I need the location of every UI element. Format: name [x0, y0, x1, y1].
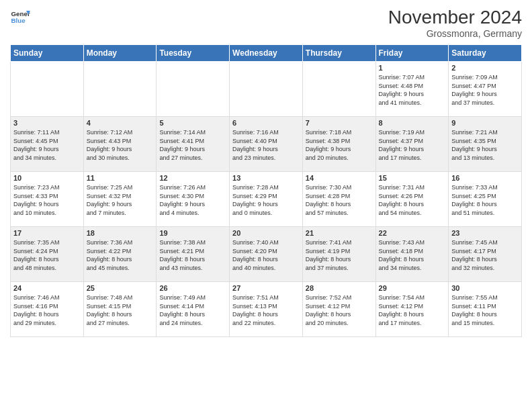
day-info: Sunrise: 7:55 AM Sunset: 4:11 PM Dayligh… — [451, 293, 519, 327]
calendar-cell: 26Sunrise: 7:49 AM Sunset: 4:14 PM Dayli… — [157, 282, 230, 337]
day-info: Sunrise: 7:49 AM Sunset: 4:14 PM Dayligh… — [159, 293, 226, 327]
day-number: 18 — [87, 229, 154, 237]
calendar-day-header: Saturday — [449, 45, 522, 62]
calendar-cell: 23Sunrise: 7:45 AM Sunset: 4:17 PM Dayli… — [449, 227, 522, 282]
day-number: 12 — [159, 174, 226, 182]
calendar-cell: 12Sunrise: 7:26 AM Sunset: 4:30 PM Dayli… — [157, 172, 230, 227]
calendar-week-row: 17Sunrise: 7:35 AM Sunset: 4:24 PM Dayli… — [11, 227, 522, 282]
day-number: 19 — [159, 229, 226, 237]
day-number: 10 — [13, 174, 81, 182]
day-info: Sunrise: 7:26 AM Sunset: 4:30 PM Dayligh… — [159, 183, 226, 217]
calendar-week-row: 10Sunrise: 7:23 AM Sunset: 4:33 PM Dayli… — [11, 172, 522, 227]
day-number: 1 — [379, 64, 446, 72]
calendar-cell: 21Sunrise: 7:41 AM Sunset: 4:19 PM Dayli… — [302, 227, 375, 282]
calendar-cell: 6Sunrise: 7:16 AM Sunset: 4:40 PM Daylig… — [230, 117, 303, 172]
day-info: Sunrise: 7:54 AM Sunset: 4:12 PM Dayligh… — [379, 293, 446, 327]
day-number: 3 — [13, 119, 81, 127]
day-info: Sunrise: 7:28 AM Sunset: 4:29 PM Dayligh… — [232, 183, 300, 217]
calendar-cell: 28Sunrise: 7:52 AM Sunset: 4:12 PM Dayli… — [302, 282, 375, 337]
day-number: 24 — [13, 284, 81, 292]
calendar-cell: 7Sunrise: 7:18 AM Sunset: 4:38 PM Daylig… — [302, 117, 375, 172]
day-info: Sunrise: 7:07 AM Sunset: 4:48 PM Dayligh… — [379, 73, 446, 107]
calendar-cell: 24Sunrise: 7:46 AM Sunset: 4:16 PM Dayli… — [11, 282, 84, 337]
day-info: Sunrise: 7:12 AM Sunset: 4:43 PM Dayligh… — [87, 128, 154, 162]
calendar-cell: 1Sunrise: 7:07 AM Sunset: 4:48 PM Daylig… — [375, 62, 449, 117]
calendar-cell: 9Sunrise: 7:21 AM Sunset: 4:35 PM Daylig… — [449, 117, 522, 172]
calendar-cell: 20Sunrise: 7:40 AM Sunset: 4:20 PM Dayli… — [230, 227, 303, 282]
calendar-cell — [83, 62, 157, 117]
calendar-cell: 16Sunrise: 7:33 AM Sunset: 4:25 PM Dayli… — [449, 172, 522, 227]
calendar-cell: 18Sunrise: 7:36 AM Sunset: 4:22 PM Dayli… — [83, 227, 157, 282]
calendar-day-header: Tuesday — [157, 45, 230, 62]
logo: General Blue — [10, 7, 30, 27]
svg-text:Blue: Blue — [11, 17, 26, 24]
day-number: 21 — [306, 229, 373, 237]
calendar-cell: 13Sunrise: 7:28 AM Sunset: 4:29 PM Dayli… — [230, 172, 303, 227]
calendar-week-row: 1Sunrise: 7:07 AM Sunset: 4:48 PM Daylig… — [11, 62, 522, 117]
day-number: 26 — [159, 284, 226, 292]
day-info: Sunrise: 7:14 AM Sunset: 4:41 PM Dayligh… — [159, 128, 226, 162]
calendar-cell: 10Sunrise: 7:23 AM Sunset: 4:33 PM Dayli… — [11, 172, 84, 227]
day-number: 8 — [379, 119, 446, 127]
calendar-cell — [230, 62, 303, 117]
day-number: 20 — [232, 229, 300, 237]
calendar-cell: 19Sunrise: 7:38 AM Sunset: 4:21 PM Dayli… — [157, 227, 230, 282]
calendar-cell: 30Sunrise: 7:55 AM Sunset: 4:11 PM Dayli… — [449, 282, 522, 337]
day-info: Sunrise: 7:45 AM Sunset: 4:17 PM Dayligh… — [451, 238, 519, 272]
calendar-cell: 17Sunrise: 7:35 AM Sunset: 4:24 PM Dayli… — [11, 227, 84, 282]
day-number: 17 — [13, 229, 81, 237]
day-info: Sunrise: 7:09 AM Sunset: 4:47 PM Dayligh… — [451, 73, 519, 107]
calendar-cell: 2Sunrise: 7:09 AM Sunset: 4:47 PM Daylig… — [449, 62, 522, 117]
calendar-cell: 8Sunrise: 7:19 AM Sunset: 4:37 PM Daylig… — [375, 117, 449, 172]
day-info: Sunrise: 7:23 AM Sunset: 4:33 PM Dayligh… — [13, 183, 81, 217]
calendar-cell — [11, 62, 84, 117]
day-info: Sunrise: 7:35 AM Sunset: 4:24 PM Dayligh… — [13, 238, 81, 272]
calendar-cell: 27Sunrise: 7:51 AM Sunset: 4:13 PM Dayli… — [230, 282, 303, 337]
day-number: 14 — [306, 174, 373, 182]
day-number: 29 — [379, 284, 446, 292]
calendar-day-header: Sunday — [11, 45, 84, 62]
calendar-cell: 25Sunrise: 7:48 AM Sunset: 4:15 PM Dayli… — [83, 282, 157, 337]
calendar-cell — [157, 62, 230, 117]
calendar-cell: 11Sunrise: 7:25 AM Sunset: 4:32 PM Dayli… — [83, 172, 157, 227]
calendar-cell: 29Sunrise: 7:54 AM Sunset: 4:12 PM Dayli… — [375, 282, 449, 337]
calendar-day-header: Friday — [375, 45, 449, 62]
day-number: 22 — [379, 229, 446, 237]
calendar-day-header: Monday — [83, 45, 157, 62]
calendar-day-header: Wednesday — [230, 45, 303, 62]
day-info: Sunrise: 7:11 AM Sunset: 4:45 PM Dayligh… — [13, 128, 81, 162]
location: Grossmonra, Germany — [388, 28, 522, 39]
day-info: Sunrise: 7:48 AM Sunset: 4:15 PM Dayligh… — [87, 293, 154, 327]
day-info: Sunrise: 7:41 AM Sunset: 4:19 PM Dayligh… — [306, 238, 373, 272]
header: General Blue November 2024 Grossmonra, G… — [10, 7, 522, 39]
day-info: Sunrise: 7:46 AM Sunset: 4:16 PM Dayligh… — [13, 293, 81, 327]
day-info: Sunrise: 7:43 AM Sunset: 4:18 PM Dayligh… — [379, 238, 446, 272]
day-number: 6 — [232, 119, 300, 127]
day-info: Sunrise: 7:31 AM Sunset: 4:26 PM Dayligh… — [379, 183, 446, 217]
page: General Blue November 2024 Grossmonra, G… — [0, 0, 532, 411]
calendar-week-row: 24Sunrise: 7:46 AM Sunset: 4:16 PM Dayli… — [11, 282, 522, 337]
day-info: Sunrise: 7:51 AM Sunset: 4:13 PM Dayligh… — [232, 293, 300, 327]
calendar-cell: 3Sunrise: 7:11 AM Sunset: 4:45 PM Daylig… — [11, 117, 84, 172]
calendar-cell: 14Sunrise: 7:30 AM Sunset: 4:28 PM Dayli… — [302, 172, 375, 227]
day-number: 4 — [87, 119, 154, 127]
day-info: Sunrise: 7:18 AM Sunset: 4:38 PM Dayligh… — [306, 128, 373, 162]
day-number: 2 — [451, 64, 519, 72]
day-info: Sunrise: 7:16 AM Sunset: 4:40 PM Dayligh… — [232, 128, 300, 162]
day-number: 23 — [451, 229, 519, 237]
day-info: Sunrise: 7:52 AM Sunset: 4:12 PM Dayligh… — [306, 293, 373, 327]
title-block: November 2024 Grossmonra, Germany — [388, 7, 522, 39]
calendar-cell: 4Sunrise: 7:12 AM Sunset: 4:43 PM Daylig… — [83, 117, 157, 172]
day-info: Sunrise: 7:25 AM Sunset: 4:32 PM Dayligh… — [87, 183, 154, 217]
day-number: 15 — [379, 174, 446, 182]
day-number: 5 — [159, 119, 226, 127]
day-number: 11 — [87, 174, 154, 182]
day-info: Sunrise: 7:30 AM Sunset: 4:28 PM Dayligh… — [306, 183, 373, 217]
calendar-day-header: Thursday — [302, 45, 375, 62]
day-info: Sunrise: 7:19 AM Sunset: 4:37 PM Dayligh… — [379, 128, 446, 162]
day-info: Sunrise: 7:21 AM Sunset: 4:35 PM Dayligh… — [451, 128, 519, 162]
calendar-cell: 15Sunrise: 7:31 AM Sunset: 4:26 PM Dayli… — [375, 172, 449, 227]
day-info: Sunrise: 7:33 AM Sunset: 4:25 PM Dayligh… — [451, 183, 519, 217]
logo-icon: General Blue — [10, 7, 30, 27]
day-info: Sunrise: 7:40 AM Sunset: 4:20 PM Dayligh… — [232, 238, 300, 272]
